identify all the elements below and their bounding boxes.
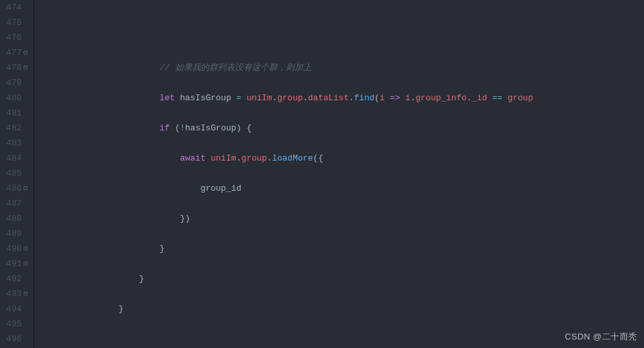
watermark: CSDN @二十而秃 bbox=[565, 329, 637, 344]
line-number: 492 bbox=[0, 271, 28, 286]
code-line: } bbox=[37, 301, 644, 317]
fold-icon[interactable]: ⊟ bbox=[22, 45, 30, 60]
code-editor[interactable]: 474475476477⊟478⊟47948048148248348448548… bbox=[0, 0, 644, 348]
fold-icon[interactable]: ⊟ bbox=[22, 181, 30, 196]
line-number: 490⊟ bbox=[0, 241, 28, 256]
fold-icon[interactable]: ⊟ bbox=[22, 241, 30, 256]
line-number: 494 bbox=[0, 301, 28, 317]
line-number: 482 bbox=[0, 121, 28, 136]
line-number: 493⊟ bbox=[0, 286, 28, 301]
fold-icon[interactable]: ⊟ bbox=[22, 256, 30, 271]
line-number: 481 bbox=[0, 106, 28, 121]
line-number: 487 bbox=[0, 196, 28, 211]
line-number: 495 bbox=[0, 317, 28, 332]
code-line: } bbox=[37, 241, 644, 256]
line-number: 474 bbox=[0, 0, 28, 15]
line-number: 484 bbox=[0, 151, 28, 166]
comment: // 如果我的群列表没有这个群，则加上 bbox=[159, 63, 311, 73]
line-number: 486⊟ bbox=[0, 181, 28, 196]
line-number: 491⊟ bbox=[0, 256, 28, 271]
line-number: 496 bbox=[0, 332, 28, 347]
fold-icon[interactable]: ⊟ bbox=[22, 286, 30, 301]
code-area[interactable]: // 如果我的群列表没有这个群，则加上 let hasIsGroup = uni… bbox=[34, 0, 644, 348]
line-number: 479 bbox=[0, 75, 28, 90]
code-line: group_id bbox=[37, 181, 644, 196]
line-number: 488 bbox=[0, 211, 28, 226]
line-number: 478⊟ bbox=[0, 60, 28, 75]
code-line bbox=[37, 332, 644, 347]
code-line: await uniIm.group.loadMore({ bbox=[37, 151, 644, 166]
code-line: // 如果我的群列表没有这个群，则加上 bbox=[37, 60, 644, 75]
code-line: } bbox=[37, 271, 644, 286]
code-line: if (!hasIsGroup) { bbox=[37, 121, 644, 136]
line-number: 485 bbox=[0, 166, 28, 181]
line-number-gutter: 474475476477⊟478⊟47948048148248348448548… bbox=[0, 0, 34, 348]
code-line bbox=[37, 30, 644, 45]
line-number: 475 bbox=[0, 15, 28, 30]
fold-icon[interactable]: ⊟ bbox=[22, 60, 30, 75]
line-number: 480 bbox=[0, 90, 28, 106]
line-number: 476 bbox=[0, 30, 28, 45]
line-number: 477⊟ bbox=[0, 45, 28, 60]
line-number: 489 bbox=[0, 226, 28, 241]
line-number: 483 bbox=[0, 136, 28, 151]
code-line: let hasIsGroup = uniIm.group.dataList.fi… bbox=[37, 90, 644, 106]
code-line: }) bbox=[37, 211, 644, 226]
